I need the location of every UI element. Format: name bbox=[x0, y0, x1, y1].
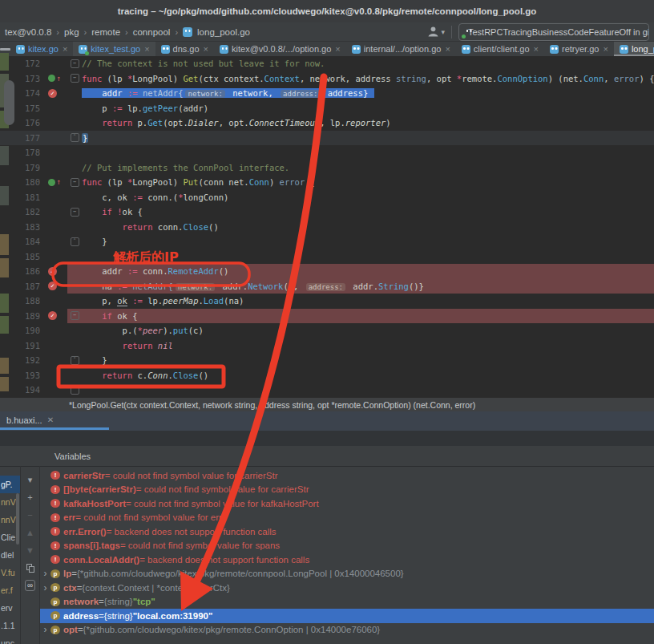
gutter-icon-cell[interactable]: ✓ bbox=[45, 279, 67, 294]
editor-tab[interactable]: long_pool.go bbox=[614, 42, 654, 56]
frame-item[interactable]: erv bbox=[0, 599, 20, 617]
error-icon: ! bbox=[50, 555, 60, 564]
code-line: 191 return nil bbox=[0, 338, 654, 354]
fold-marker[interactable]: − bbox=[67, 71, 82, 87]
variable-row[interactable]: ›pctx = {context.Context | *context.time… bbox=[40, 581, 654, 595]
variable-row[interactable]: ›popt = {*github.com/cloudwego/kitex/pkg… bbox=[40, 623, 654, 638]
editor-tab[interactable]: internal/.../option.go× bbox=[346, 42, 456, 56]
watch-name: kafkaHostPort bbox=[63, 499, 126, 508]
fold-collapse-icon[interactable]: − bbox=[71, 208, 79, 217]
variable-type: {string} bbox=[104, 597, 133, 606]
frame-item[interactable]: dlel bbox=[0, 546, 20, 564]
fold-marker[interactable]: ˆ bbox=[67, 234, 82, 249]
variable-row[interactable]: paddress = {string} "local.com:31990" bbox=[40, 609, 654, 623]
watch-row[interactable]: !conn.LocalAddr() = backend does not sup… bbox=[40, 553, 654, 567]
settings-dropdown-icon[interactable]: ▾ bbox=[21, 471, 39, 488]
expand-chevron-icon[interactable]: › bbox=[40, 624, 50, 635]
breadcrumb-item[interactable]: tex@v0.0.8 bbox=[5, 27, 51, 37]
fold-end-icon[interactable]: ˆ bbox=[71, 237, 79, 246]
tab-close-icon[interactable]: × bbox=[335, 44, 340, 54]
fold-end-icon[interactable]: ˆ bbox=[71, 133, 79, 142]
fold-marker[interactable]: − bbox=[67, 309, 82, 324]
variable-row[interactable]: pnetwork = {string} "tcp" bbox=[40, 595, 654, 610]
gutter-icon-cell[interactable]: ↑ bbox=[45, 175, 67, 190]
fold-marker[interactable]: − bbox=[67, 56, 82, 71]
watch-error-text: = could not find symbol value for err bbox=[75, 512, 222, 522]
move-down-icon: ▼ bbox=[21, 541, 39, 559]
fold-collapse-icon[interactable]: − bbox=[71, 74, 79, 83]
watch-row[interactable]: !err = could not find symbol value for e… bbox=[40, 511, 654, 525]
tab-close-icon[interactable]: × bbox=[603, 44, 608, 54]
editor-tab[interactable]: retryer.go× bbox=[544, 42, 614, 56]
fold-collapse-icon[interactable]: − bbox=[71, 59, 79, 68]
frame-item[interactable]: V.fu bbox=[0, 564, 20, 581]
run-marker-icon[interactable] bbox=[48, 179, 55, 186]
gutter-icon-cell[interactable]: ↑ bbox=[45, 71, 67, 87]
breakpoint-icon[interactable]: ✓ bbox=[48, 281, 57, 290]
fold-marker bbox=[67, 279, 82, 294]
run-marker-icon[interactable] bbox=[48, 75, 55, 82]
tab-close-icon[interactable]: × bbox=[144, 44, 149, 54]
tab-close-icon[interactable]: × bbox=[445, 44, 450, 54]
breakpoint-icon[interactable]: ✓ bbox=[48, 311, 57, 320]
fold-end-icon[interactable]: ˆ bbox=[71, 386, 79, 395]
fold-marker[interactable]: ˆ bbox=[67, 353, 82, 368]
breakpoint-icon[interactable]: ✓ bbox=[48, 267, 57, 276]
fold-collapse-icon[interactable]: − bbox=[71, 311, 79, 320]
variable-row[interactable]: ›plp = {*github.com/cloudwego/kitex/pkg/… bbox=[40, 567, 654, 581]
remove-watch-icon: − bbox=[21, 506, 39, 524]
breadcrumb-item[interactable]: pkg bbox=[64, 27, 79, 37]
breadcrumb-item[interactable]: connpool bbox=[133, 27, 171, 37]
frame-item[interactable]: gP. bbox=[0, 476, 20, 493]
gutter-icon-cell bbox=[45, 338, 67, 354]
stripe-mark bbox=[0, 294, 9, 313]
watch-row[interactable]: ![]byte(carrierStr) = could not find sym… bbox=[40, 483, 654, 497]
fold-marker[interactable]: − bbox=[67, 205, 82, 220]
code-text: return c.Conn.Close() bbox=[82, 368, 654, 383]
editor-tab[interactable]: client/client.go× bbox=[456, 42, 544, 56]
expand-chevron-icon[interactable]: › bbox=[40, 582, 50, 593]
gutter-icon-cell[interactable]: ✓ bbox=[45, 86, 67, 101]
editor-tab[interactable]: dns.go× bbox=[155, 42, 214, 56]
watch-row[interactable]: !spans[i].tags = could not find symbol v… bbox=[40, 539, 654, 553]
fold-marker bbox=[67, 101, 82, 116]
breadcrumb-item[interactable]: remote bbox=[91, 27, 120, 37]
frame-item[interactable]: er.f bbox=[0, 581, 20, 599]
code-line: 194ˆ bbox=[0, 383, 654, 398]
fold-marker[interactable]: ˆ bbox=[67, 131, 82, 146]
code-text bbox=[82, 249, 654, 265]
editor-tab[interactable]: kitex.go× bbox=[10, 42, 73, 56]
frame-item[interactable]: .1.1 bbox=[0, 617, 20, 634]
gutter-icon-cell[interactable]: ✓ bbox=[45, 309, 67, 324]
close-icon[interactable]: ✕ bbox=[47, 415, 54, 424]
user-account-button[interactable]: ▾ bbox=[427, 26, 445, 38]
breakpoint-icon[interactable]: ✓ bbox=[48, 89, 57, 98]
duplicate-icon[interactable] bbox=[21, 559, 39, 577]
gutter-icon-cell[interactable]: ✓ bbox=[45, 264, 67, 279]
tab-label: kitex.go bbox=[28, 44, 59, 54]
error-icon: ! bbox=[50, 499, 60, 508]
fold-marker[interactable]: − bbox=[67, 175, 82, 190]
editor-tab[interactable]: kitex@v0.0.8/.../option.go× bbox=[214, 42, 346, 56]
run-configuration-selector[interactable]: TestRPCTracingBusinessCodeFeatureOff in … bbox=[458, 23, 649, 41]
watch-row[interactable]: !kafkaHostPort = could not find symbol v… bbox=[40, 496, 654, 511]
fold-marker bbox=[67, 115, 82, 131]
editor-tab[interactable]: kitex_test.go× bbox=[73, 42, 155, 56]
watches-glasses-icon[interactable]: ∞ bbox=[21, 577, 39, 594]
fold-end-icon[interactable]: ˆ bbox=[71, 356, 79, 365]
watch-row[interactable]: !carrierStr = could not find symbol valu… bbox=[40, 468, 654, 483]
frame-item[interactable]: unc bbox=[0, 634, 20, 644]
window-title: tracing – ~/go/pkg/mod/github.com/cloudw… bbox=[118, 6, 537, 16]
debug-session-tab[interactable]: b.huaxi... ✕ bbox=[0, 411, 60, 428]
fold-collapse-icon[interactable]: − bbox=[71, 178, 79, 187]
add-watch-icon[interactable]: + bbox=[21, 488, 39, 506]
stripe-mark bbox=[0, 146, 9, 165]
watch-row[interactable]: !err.Error() = backend does not support … bbox=[40, 525, 654, 539]
tab-close-icon[interactable]: × bbox=[63, 44, 67, 54]
fold-marker[interactable]: ˆ bbox=[67, 383, 82, 398]
tab-close-icon[interactable]: × bbox=[534, 44, 539, 54]
tab-close-icon[interactable]: × bbox=[204, 44, 208, 54]
breadcrumb-file[interactable]: long_pool.go bbox=[197, 27, 250, 37]
frames-scrollbar[interactable] bbox=[16, 493, 19, 545]
expand-chevron-icon[interactable]: › bbox=[40, 568, 50, 579]
